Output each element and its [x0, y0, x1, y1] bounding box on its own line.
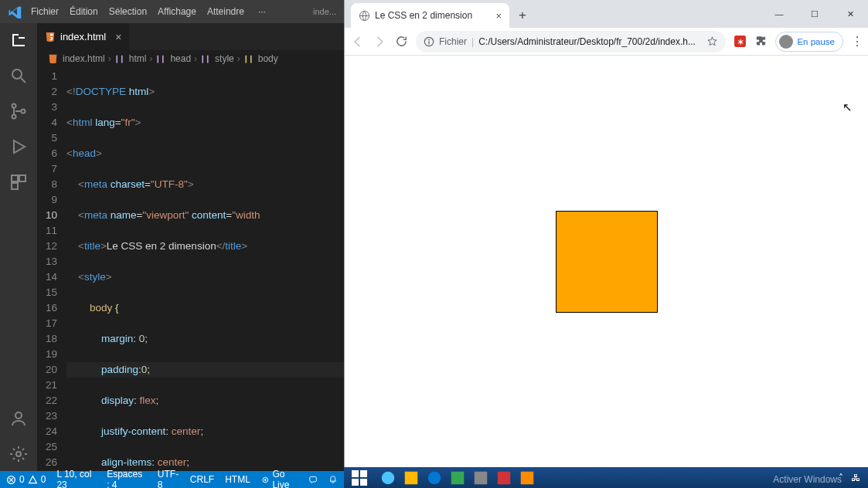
taskbar-tray[interactable]: ˄ 🖧: [839, 473, 868, 483]
code-lines[interactable]: <!DOCTYPE html> <html lang="fr"> <head> …: [66, 67, 344, 471]
breadcrumb-item[interactable]: head: [170, 53, 191, 64]
svg-point-2: [12, 104, 16, 108]
menu-fichier[interactable]: Fichier: [31, 6, 59, 17]
line-gutter: 1234567891011121314151617181920212223242…: [37, 67, 66, 471]
vscode-window: Fichier Édition Sélection Affichage Atte…: [0, 0, 344, 488]
html-file-icon: [45, 32, 56, 42]
globe-icon: [359, 10, 370, 22]
breadcrumb-item[interactable]: body: [258, 53, 278, 64]
toolbar-extensions: ✶ En pause ⋮: [734, 32, 862, 52]
menu-edition[interactable]: Édition: [70, 6, 98, 17]
editor-tab[interactable]: index.html ×: [37, 23, 130, 50]
status-bar: 0 0 L 10, col 23 Espaces : 4 UTF-8 CRLF …: [0, 471, 344, 488]
menu-affichage[interactable]: Affichage: [158, 6, 196, 17]
avatar-icon: [779, 35, 793, 49]
taskbar-app-icon[interactable]: [380, 469, 397, 486]
tab-close-icon[interactable]: ×: [115, 31, 121, 43]
code-editor[interactable]: 1234567891011121314151617181920212223242…: [37, 67, 344, 471]
html-file-icon: [48, 54, 58, 64]
menu-overflow[interactable]: ···: [255, 6, 269, 17]
svg-point-15: [428, 39, 430, 40]
taskbar-apps: [380, 469, 536, 486]
svg-point-12: [264, 479, 267, 481]
vscode-titlebar: Fichier Édition Sélection Affichage Atte…: [0, 0, 344, 23]
run-debug-icon[interactable]: [9, 137, 28, 156]
close-button[interactable]: ✕: [832, 0, 868, 28]
svg-line-1: [21, 78, 26, 83]
browser-tab[interactable]: Le CSS en 2 dimension ×: [351, 3, 509, 28]
menu-atteindre[interactable]: Atteindre: [207, 6, 244, 17]
rendered-page: ↖: [345, 56, 868, 467]
taskbar-app-icon[interactable]: [426, 469, 443, 486]
orange-square: [556, 211, 658, 313]
pause-label: En pause: [797, 37, 835, 46]
tab-close-icon[interactable]: ×: [495, 10, 502, 22]
account-icon[interactable]: [9, 409, 28, 428]
svg-point-9: [16, 452, 21, 456]
puzzle-icon[interactable]: [754, 35, 768, 48]
minimize-button[interactable]: —: [761, 0, 797, 28]
breadcrumb-item[interactable]: style: [215, 53, 234, 64]
breadcrumbs[interactable]: index.html › html › head › style › body: [37, 50, 344, 67]
menu-selection[interactable]: Sélection: [109, 6, 147, 17]
browser-tabstrip: Le CSS en 2 dimension × + — ☐ ✕: [345, 0, 868, 28]
svg-point-8: [15, 412, 22, 419]
svg-point-23: [382, 471, 395, 484]
activity-bar: [0, 23, 37, 471]
explorer-icon[interactable]: [9, 31, 28, 49]
source-control-icon[interactable]: [9, 102, 28, 120]
status-encoding[interactable]: UTF-8: [158, 469, 179, 488]
editor-tabs: index.html ×: [37, 23, 344, 50]
breadcrumb-item[interactable]: index.html: [63, 53, 105, 64]
taskbar-app-icon[interactable]: [472, 469, 489, 486]
svg-rect-7: [12, 183, 18, 189]
svg-point-0: [12, 69, 22, 79]
back-button[interactable]: [351, 35, 365, 49]
svg-rect-16: [428, 41, 429, 44]
brackets-icon: [155, 54, 165, 64]
svg-rect-20: [360, 470, 367, 477]
address-bar[interactable]: Fichier | C:/Users/Administrateur/Deskto…: [416, 31, 726, 53]
brackets-icon: [114, 54, 124, 64]
settings-gear-icon[interactable]: [9, 445, 28, 463]
taskbar-app-icon[interactable]: [495, 469, 512, 486]
taskbar-app-icon[interactable]: [519, 469, 536, 486]
bell-icon[interactable]: [328, 474, 338, 485]
svg-rect-6: [19, 175, 26, 181]
taskbar-app-icon[interactable]: [403, 469, 420, 486]
menu-kebab-icon[interactable]: ⋮: [851, 34, 862, 49]
feedback-icon[interactable]: [309, 474, 318, 485]
status-language[interactable]: HTML: [225, 474, 250, 485]
status-cursor[interactable]: L 10, col 23: [56, 469, 96, 488]
svg-rect-5: [12, 175, 18, 181]
vscode-menu: Fichier Édition Sélection Affichage Atte…: [29, 6, 269, 17]
breadcrumb-item[interactable]: html: [129, 53, 147, 64]
window-title: inde...: [313, 7, 344, 16]
profile-pill[interactable]: En pause: [775, 32, 843, 52]
taskbar-app-icon[interactable]: [449, 469, 466, 486]
status-golive[interactable]: Go Live: [261, 469, 298, 488]
start-button-icon[interactable]: [350, 469, 369, 487]
status-spaces[interactable]: Espaces : 4: [107, 469, 147, 488]
svg-point-3: [12, 115, 16, 119]
forward-button[interactable]: [373, 35, 386, 49]
svg-rect-24: [405, 471, 418, 484]
svg-point-25: [428, 471, 441, 484]
svg-point-4: [22, 110, 26, 114]
windows-watermark: Activer Windows: [773, 474, 842, 485]
status-eol[interactable]: CRLF: [190, 474, 214, 485]
url-scheme: Fichier: [439, 36, 467, 47]
svg-rect-21: [352, 479, 359, 486]
extension-icon[interactable]: ✶: [734, 35, 747, 48]
reload-button[interactable]: [394, 35, 408, 49]
new-tab-button[interactable]: +: [509, 8, 536, 28]
search-icon[interactable]: [9, 66, 28, 85]
brackets-icon: [243, 54, 254, 64]
star-icon[interactable]: [706, 36, 718, 47]
tray-network-icon[interactable]: 🖧: [851, 473, 860, 483]
extensions-icon[interactable]: [9, 173, 28, 191]
status-errors[interactable]: 0 0: [6, 474, 46, 485]
maximize-button[interactable]: ☐: [797, 0, 832, 28]
vscode-logo-icon: [8, 5, 22, 19]
browser-window: Le CSS en 2 dimension × + — ☐ ✕ Fichier …: [344, 0, 868, 467]
